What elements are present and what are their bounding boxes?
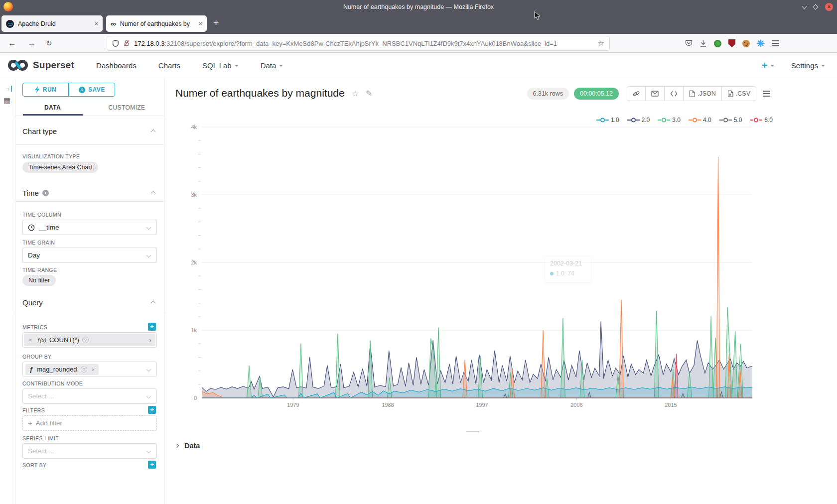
download-icon[interactable]: [699, 40, 707, 47]
filters-label: FILTERS: [22, 407, 45, 413]
chevron-down-icon: [146, 367, 151, 372]
collapse-chevron-icon[interactable]: [151, 129, 156, 134]
nav-charts[interactable]: Charts: [158, 61, 180, 70]
viz-type-pill[interactable]: Time-series Area Chart: [22, 162, 98, 173]
dataset-grid-icon[interactable]: ▦: [3, 96, 10, 105]
pocket-icon[interactable]: [685, 40, 693, 47]
y-axis-tick-label: 2k: [191, 259, 197, 265]
timeseries-area-chart[interactable]: 01k2k3k4k19791988199720062015: [164, 120, 837, 418]
window-close-button[interactable]: ×: [825, 3, 833, 11]
expand-datasource-panel-icon[interactable]: →|: [4, 84, 12, 92]
contribution-mode-select[interactable]: Select ...: [22, 388, 157, 404]
group-by-label: GROUP BY: [22, 354, 51, 360]
remove-tag-icon[interactable]: ×: [91, 367, 94, 373]
add-sort-by-button[interactable]: +: [148, 461, 156, 469]
series-limit-select[interactable]: Select ...: [22, 443, 157, 459]
group-by-pill[interactable]: ƒ mag_rounded ? ×: [25, 364, 99, 375]
back-button[interactable]: ←: [8, 39, 16, 47]
url-path: :32108/superset/explore/?form_data_key=K…: [164, 40, 557, 47]
time-column-select[interactable]: __time: [22, 220, 157, 235]
export-csv-button[interactable]: .CSV: [722, 87, 756, 101]
tooltip-date: 2002-03-21: [550, 260, 586, 267]
chart-menu-icon[interactable]: [763, 91, 770, 96]
window-minimize-button[interactable]: [802, 4, 807, 9]
copy-link-button[interactable]: [627, 87, 646, 101]
firefox-logo-icon: [3, 2, 13, 11]
nav-data[interactable]: Data: [261, 61, 283, 70]
chevron-right-icon[interactable]: ›: [149, 336, 151, 344]
time-grain-value: Day: [28, 252, 143, 259]
nav-sql-lab[interactable]: SQL Lab: [202, 61, 239, 70]
group-by-select[interactable]: ƒ mag_rounded ? ×: [22, 362, 157, 377]
tab-apache-druid[interactable]: Apache Druid ×: [1, 15, 103, 32]
edit-title-icon[interactable]: ✎: [366, 89, 372, 98]
export-json-button[interactable]: .JSON: [684, 87, 722, 101]
section-chart-type[interactable]: Chart type: [22, 127, 57, 135]
app-window: Numer of earthquakes by magnitude — Mozi…: [0, 0, 837, 504]
caret-down-icon: [821, 65, 825, 67]
time-range-label: TIME RANGE: [22, 267, 57, 273]
time-grain-select[interactable]: Day: [22, 248, 157, 263]
run-button[interactable]: RUN: [22, 83, 69, 97]
settings-menu[interactable]: Settings: [791, 61, 825, 70]
tab-customize[interactable]: CUSTOMIZE: [90, 101, 164, 115]
ublock-shield-icon[interactable]: [728, 39, 735, 47]
section-query[interactable]: Query: [22, 298, 43, 307]
lightning-icon: [35, 86, 40, 93]
metric-value: COUNT(*): [49, 336, 79, 344]
chevron-down-icon: [146, 449, 151, 454]
url-bar[interactable]: 172.18.0.3:32108/superset/explore/?form_…: [107, 36, 609, 50]
insecure-lock-icon[interactable]: [123, 40, 130, 47]
superset-header: Superset Dashboards Charts SQL Lab Data …: [0, 53, 837, 78]
panel-resize-handle[interactable]: [466, 431, 479, 436]
firefox-menu-icon[interactable]: [772, 40, 779, 46]
collapse-chevron-icon[interactable]: [151, 301, 156, 306]
nav-data-label: Data: [261, 61, 277, 70]
window-maximize-button[interactable]: [813, 4, 818, 9]
extension-green-icon[interactable]: [714, 40, 721, 47]
favorite-star-icon[interactable]: ☆: [352, 89, 359, 98]
data-section-toggle[interactable]: Data: [175, 442, 200, 450]
add-filter-box[interactable]: + Add filter: [22, 415, 157, 431]
time-range-pill[interactable]: No filter: [22, 275, 56, 286]
save-button[interactable]: + SAVE: [69, 83, 115, 97]
add-filter-plus-button[interactable]: +: [148, 406, 156, 414]
tab-data[interactable]: DATA: [15, 101, 90, 115]
tab-close-icon[interactable]: ×: [198, 20, 202, 27]
reload-button[interactable]: ↻: [46, 39, 52, 47]
url-text: 172.18.0.3:32108/superset/explore/?form_…: [134, 40, 594, 47]
section-time[interactable]: Timei: [22, 189, 49, 197]
chevron-right-icon: [175, 444, 179, 448]
caret-down-icon: [770, 65, 774, 67]
time-grain-label: TIME GRAIN: [22, 240, 55, 246]
extension-blue-star-icon[interactable]: [757, 39, 765, 47]
tab-superset-chart[interactable]: ∞ Numer of earthquakes by ×: [106, 15, 207, 32]
remove-metric-icon[interactable]: ×: [24, 337, 37, 344]
plus-circle-icon: +: [79, 87, 85, 93]
superset-logo[interactable]: Superset: [7, 59, 74, 72]
add-filter-label: Add filter: [36, 419, 62, 427]
collapse-chevron-icon[interactable]: [151, 191, 156, 196]
browser-toolbar: ← → ↻ 172.18.0.3:32108/superset/explore/…: [0, 34, 837, 53]
add-metric-button[interactable]: +: [148, 323, 156, 331]
cookie-extension-icon[interactable]: [742, 40, 750, 47]
new-tab-button[interactable]: +: [213, 17, 219, 28]
metrics-label: METRICS: [22, 324, 47, 330]
section-label: Chart type: [22, 127, 57, 135]
bookmark-star-icon[interactable]: ☆: [598, 39, 604, 48]
row-count-badge: 6.31k rows: [527, 88, 569, 100]
forward-button[interactable]: →: [27, 39, 36, 47]
sort-by-label: SORT BY: [22, 462, 47, 468]
email-button[interactable]: [646, 87, 665, 101]
embed-code-button[interactable]: [665, 87, 684, 101]
contribution-mode-label: CONTRIBUTION MODE: [22, 380, 83, 386]
series-area-2.0: [202, 321, 752, 398]
tab-close-icon[interactable]: ×: [94, 20, 98, 27]
y-axis-tick-label: 0: [194, 395, 197, 401]
series-area-4.0: [202, 157, 752, 398]
new-item-button[interactable]: +: [762, 60, 774, 71]
series-limit-label: SERIES LIMIT: [22, 435, 59, 441]
nav-dashboards[interactable]: Dashboards: [96, 61, 137, 70]
metric-control[interactable]: × ƒ(x) COUNT(*) ? ›: [22, 332, 157, 348]
tracking-shield-icon[interactable]: [112, 40, 119, 47]
